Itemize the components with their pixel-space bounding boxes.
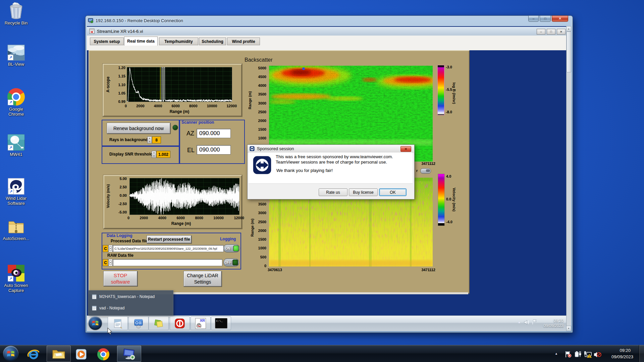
az-label: AZ bbox=[186, 130, 194, 137]
shortcut-arrow-icon: ↗ bbox=[8, 100, 13, 105]
tab-temp-humidity[interactable]: Temp/humidity bbox=[159, 38, 198, 45]
tab-real-time-data[interactable]: Real time data bbox=[124, 37, 158, 46]
notepad-icon bbox=[113, 318, 122, 328]
taskbar-xr-app-button[interactable]: XR bbox=[191, 316, 211, 330]
stop-software-button[interactable]: STOP software bbox=[103, 271, 138, 286]
windows-flag-icon bbox=[92, 319, 99, 327]
xr-app-icon: XR bbox=[195, 318, 206, 329]
snr-value[interactable]: 1.002 bbox=[156, 151, 170, 158]
desktop-icon-label: Recycle Bin bbox=[5, 20, 28, 25]
streamline-close-button[interactable]: ✕ bbox=[557, 29, 566, 35]
processed-logging-toggle[interactable]: ON bbox=[223, 244, 240, 252]
desktop-icon-auto-screen-capture[interactable]: ↗ Auto Screen Capture bbox=[0, 264, 32, 293]
volume-muted-icon[interactable] bbox=[594, 351, 601, 358]
rdp-titlebar[interactable]: 192.168.0.150 - Remote Desktop Connectio… bbox=[88, 17, 524, 24]
taskbar-stop-app-button[interactable] bbox=[170, 316, 190, 330]
remote-clock-time[interactable]: 09:20 bbox=[539, 318, 564, 323]
restart-processed-file-button[interactable]: Restart processed file bbox=[147, 235, 192, 243]
taskbar-chrome-button[interactable] bbox=[97, 348, 110, 361]
taskbar-wmp-button[interactable] bbox=[74, 348, 88, 361]
shortcut-arrow-icon: ↗ bbox=[8, 189, 14, 194]
show-desktop-button[interactable] bbox=[639, 345, 644, 362]
tab-wind-profile[interactable]: Wind profile bbox=[227, 38, 260, 45]
recycle-bin-icon bbox=[8, 2, 24, 19]
raw-drive-letter[interactable]: C bbox=[103, 259, 108, 266]
buy-license-button[interactable]: Buy license bbox=[349, 188, 378, 196]
change-line2: Settings bbox=[194, 279, 211, 285]
remote-volume-icon[interactable] bbox=[524, 320, 530, 325]
remote-action-center-flag-icon[interactable] bbox=[532, 319, 537, 325]
streamline-titlebar[interactable]: StreamLine XR v14-6.vi bbox=[87, 27, 566, 36]
streamline-minimize-button[interactable]: – bbox=[537, 29, 545, 35]
host-start-button[interactable] bbox=[3, 346, 18, 361]
raw-logging-toggle[interactable]: OFF bbox=[223, 258, 239, 266]
taskbar-cmd-button[interactable]: C:\_ bbox=[211, 316, 231, 330]
ok-button[interactable]: OK bbox=[379, 188, 407, 196]
taskbar-explorer-button[interactable] bbox=[47, 346, 71, 362]
host-clock-time[interactable]: 09:20 bbox=[607, 348, 631, 353]
rdp-minimize-button[interactable]: – bbox=[528, 15, 539, 22]
rays-spinner[interactable]: ▲ ▼ bbox=[147, 136, 152, 143]
renew-background-button[interactable]: Renew background now bbox=[107, 123, 170, 134]
processed-path-field[interactable]: C:\Lidar\Data\Proc\2023\202309\20230909\… bbox=[113, 245, 224, 252]
az-field[interactable]: 090.000 bbox=[197, 129, 231, 138]
off-label: OFF bbox=[225, 261, 231, 264]
taskbar-sticky-notes-button[interactable] bbox=[149, 316, 169, 330]
shortcut-arrow-icon: ↗ bbox=[8, 55, 13, 60]
dialog-close-button[interactable]: ✕ bbox=[400, 146, 411, 152]
on-lens bbox=[233, 245, 239, 251]
tab-system-setup[interactable]: System setup bbox=[90, 38, 124, 45]
taskbar-ie-button[interactable] bbox=[27, 348, 40, 361]
logging-label: Logging bbox=[220, 237, 236, 241]
remote-start-button[interactable] bbox=[89, 316, 102, 330]
scrollbar-thumb[interactable] bbox=[567, 32, 571, 72]
host-tray-expand-icon[interactable]: ▲ bbox=[555, 352, 558, 355]
action-center-flag-error-icon[interactable] bbox=[565, 351, 572, 358]
desktop-icon-bl-view[interactable]: ↗ BL-View bbox=[0, 45, 32, 67]
snr-spinner[interactable]: ▲ ▼ bbox=[152, 151, 156, 158]
system-window-icon bbox=[133, 318, 144, 328]
desktop-icon-wind-lidar[interactable]: ↗ Wind Lidar Software bbox=[0, 178, 32, 206]
chrome-icon-core bbox=[13, 94, 19, 100]
raw-path-field[interactable] bbox=[113, 259, 222, 266]
backscatter-heading: Backscatter bbox=[245, 57, 273, 63]
remote-desktop-icon bbox=[122, 348, 136, 360]
jumplist-item[interactable]: M2HATS_towerscan - Notepad bbox=[89, 292, 173, 301]
desktop-icon-google-chrome[interactable]: ↗ Google Chrome bbox=[0, 88, 32, 117]
sticky-notes-icon bbox=[154, 318, 164, 328]
scrollbar-down-icon[interactable]: ▼ bbox=[566, 326, 571, 331]
rdp-computer-icon bbox=[88, 18, 93, 23]
desktop-icon-label: AutoScreen... bbox=[1, 236, 32, 241]
scrollbar-up-icon[interactable]: ▲ bbox=[566, 26, 571, 32]
scale-toggle[interactable] bbox=[420, 168, 431, 174]
taskbar-system-window-button[interactable] bbox=[128, 316, 149, 330]
desktop-icon-label: MW41 bbox=[10, 152, 22, 157]
dialog-titlebar[interactable]: Sponsored session bbox=[248, 145, 414, 153]
raw-data-file-label: RAW Data file bbox=[107, 253, 133, 258]
jumplist-item[interactable]: vad - Notepad bbox=[89, 303, 173, 313]
rdp-close-button[interactable]: ✕ bbox=[552, 15, 568, 22]
velocity-xticks: 020004000600080001000012000 bbox=[127, 216, 244, 220]
rays-value[interactable]: 8 bbox=[152, 136, 161, 143]
desktop-icon-recycle-bin[interactable]: Recycle Bin bbox=[0, 2, 32, 25]
backscatter-x-end-label: 3471112 bbox=[413, 162, 435, 166]
battery-power-icon[interactable] bbox=[574, 351, 582, 358]
el-field[interactable]: 090.000 bbox=[197, 145, 231, 155]
rdp-window-title: 192.168.0.150 - Remote Desktop Connectio… bbox=[96, 18, 183, 23]
desktop-icon-autoscreen-zip[interactable]: AutoScreen... bbox=[0, 218, 32, 241]
taskbar-rdp-button[interactable] bbox=[117, 346, 141, 362]
tab-scheduling[interactable]: Scheduling bbox=[199, 38, 226, 45]
remote-clock-date[interactable]: 09/09/2023 bbox=[537, 323, 564, 328]
desktop-icon-mw41[interactable]: ↗ MW41 bbox=[0, 134, 32, 157]
rate-us-button[interactable]: Rate us bbox=[319, 188, 347, 196]
host-clock-date[interactable]: 09/09/2023 bbox=[604, 354, 633, 359]
rdp-maximize-button[interactable]: □ bbox=[540, 15, 551, 22]
processed-drive-letter[interactable]: C bbox=[103, 245, 108, 252]
streamline-restore-button[interactable]: □ bbox=[547, 29, 555, 35]
shortcut-arrow-icon: ↗ bbox=[8, 145, 13, 150]
network-warning-icon[interactable] bbox=[584, 351, 592, 358]
remote-tray-expand-icon[interactable]: ▲ bbox=[518, 321, 521, 324]
scanner-position-title: Scanner position bbox=[181, 120, 214, 125]
change-lidar-settings-button[interactable]: Change LiDAR Settings bbox=[183, 271, 222, 287]
velocity-x-end-label: 3471112 bbox=[413, 268, 435, 272]
